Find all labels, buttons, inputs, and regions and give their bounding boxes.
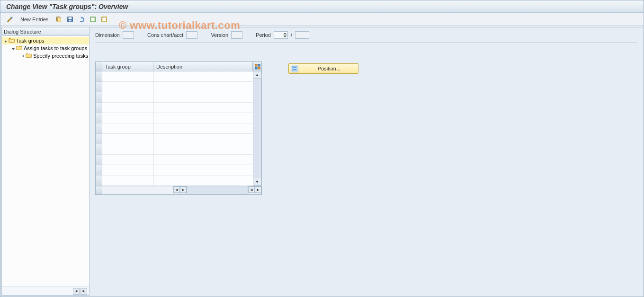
cell[interactable] (153, 71, 253, 82)
svg-rect-8 (103, 17, 106, 21)
filter-period: Period / (256, 31, 309, 39)
svg-rect-15 (293, 69, 296, 70)
period-separator: / (291, 32, 292, 38)
cell[interactable] (153, 92, 253, 103)
cell[interactable] (102, 123, 153, 134)
table-body: ▲ ▼ (96, 71, 261, 186)
cell[interactable] (102, 113, 153, 123)
column-description (153, 71, 253, 186)
svg-rect-9 (255, 64, 257, 66)
cell[interactable] (102, 144, 153, 155)
row-header[interactable] (96, 123, 102, 134)
dimension-label: Dimension (95, 32, 120, 38)
scroll-right-icon[interactable]: ► (80, 288, 87, 295)
main-panel: Dimension Cons chart/acct Version Period… (89, 27, 643, 296)
page-title: Change View "Task groups": Overview (6, 3, 128, 10)
cell[interactable] (102, 71, 153, 82)
cell[interactable] (102, 134, 153, 144)
cell[interactable] (153, 113, 253, 123)
table-config-icon[interactable] (253, 62, 261, 71)
svg-rect-11 (255, 67, 257, 69)
scroll-right-icon[interactable]: ► (180, 186, 187, 193)
svg-rect-4 (69, 19, 72, 21)
scroll-left-icon[interactable]: ◄ (248, 186, 255, 193)
tree-item-assign-tasks[interactable]: Assign tasks to task groups (2, 44, 89, 52)
tree-item-label: Task groups (16, 38, 44, 44)
title-bar: Change View "Task groups": Overview (0, 0, 644, 13)
cell[interactable] (153, 165, 253, 175)
column-taskgroup (102, 71, 153, 186)
chevron-down-icon[interactable] (11, 46, 15, 50)
cell[interactable] (102, 155, 153, 165)
row-header[interactable] (96, 82, 102, 92)
folder-icon (26, 52, 32, 59)
tree-item-label: Assign tasks to task groups (24, 45, 87, 51)
table-corner[interactable] (96, 62, 102, 71)
cell[interactable] (153, 123, 253, 134)
column-header-taskgroup[interactable]: Task group (102, 62, 153, 71)
cell[interactable] (102, 92, 153, 103)
new-entries-button[interactable]: New Entries (17, 16, 52, 23)
scroll-down-icon[interactable]: ▼ (253, 178, 261, 186)
row-header[interactable] (96, 113, 102, 123)
deselect-all-icon[interactable] (99, 15, 109, 24)
svg-rect-1 (58, 17, 61, 22)
position-button-label: Position... (302, 66, 356, 71)
svg-rect-6 (91, 17, 95, 21)
period-input-2[interactable] (295, 31, 309, 39)
tree-item-specify-preceding[interactable]: • Specify preceding tasks (2, 52, 89, 60)
row-header[interactable] (96, 71, 102, 82)
scroll-right-icon[interactable]: ► (255, 186, 261, 193)
cons-chart-input[interactable] (186, 31, 197, 39)
cell[interactable] (102, 175, 153, 186)
svg-rect-12 (258, 67, 260, 69)
cell[interactable] (153, 103, 253, 113)
scroll-up-icon[interactable]: ▲ (253, 71, 261, 79)
select-all-icon[interactable] (88, 15, 98, 24)
tree-item-task-groups[interactable]: Task groups (2, 37, 89, 44)
row-headers (96, 71, 102, 186)
svg-rect-14 (293, 67, 296, 68)
hscroll-track[interactable] (187, 186, 248, 194)
row-header[interactable] (96, 92, 102, 103)
cell[interactable] (153, 134, 253, 144)
column-header-description[interactable]: Description (153, 62, 253, 71)
period-input-1[interactable] (274, 31, 288, 39)
cell[interactable] (102, 165, 153, 175)
row-header[interactable] (96, 155, 102, 165)
row-header[interactable] (96, 144, 102, 155)
svg-rect-13 (292, 66, 297, 71)
dimension-input[interactable] (123, 31, 134, 39)
scroll-left-icon[interactable]: ◄ (73, 288, 80, 295)
cell[interactable] (153, 175, 253, 186)
save-icon[interactable] (65, 15, 75, 24)
period-label: Period (256, 32, 271, 38)
undo-icon[interactable] (77, 15, 86, 24)
row-header[interactable] (96, 103, 102, 113)
cell[interactable] (153, 82, 253, 92)
filter-cons: Cons chart/acct (147, 31, 197, 39)
cell[interactable] (153, 144, 253, 155)
svg-rect-3 (69, 17, 72, 19)
sidebar-hscroll: ◄ ► (2, 287, 89, 295)
toggle-change-icon[interactable] (5, 15, 15, 24)
row-header[interactable] (96, 175, 102, 186)
chevron-down-icon[interactable] (4, 39, 8, 43)
cell[interactable] (102, 103, 153, 113)
app-window: Change View "Task groups": Overview New … (0, 0, 644, 297)
cell[interactable] (153, 155, 253, 165)
scroll-left-icon[interactable]: ◄ (173, 186, 180, 193)
cell[interactable] (102, 82, 153, 92)
filter-dimension: Dimension (95, 31, 134, 39)
row-header[interactable] (96, 134, 102, 144)
table-vscroll: ▲ ▼ (253, 71, 261, 186)
row-header[interactable] (96, 165, 102, 175)
dialog-structure-sidebar: Dialog Structure Task groups (1, 27, 89, 296)
copy-icon[interactable] (54, 15, 63, 24)
vscroll-track[interactable] (253, 79, 261, 178)
content-area: Dialog Structure Task groups (1, 27, 643, 296)
bullet-icon: • (22, 53, 25, 59)
filter-version: Version (211, 31, 242, 39)
position-button[interactable]: Position... (288, 63, 358, 74)
version-input[interactable] (231, 31, 242, 39)
